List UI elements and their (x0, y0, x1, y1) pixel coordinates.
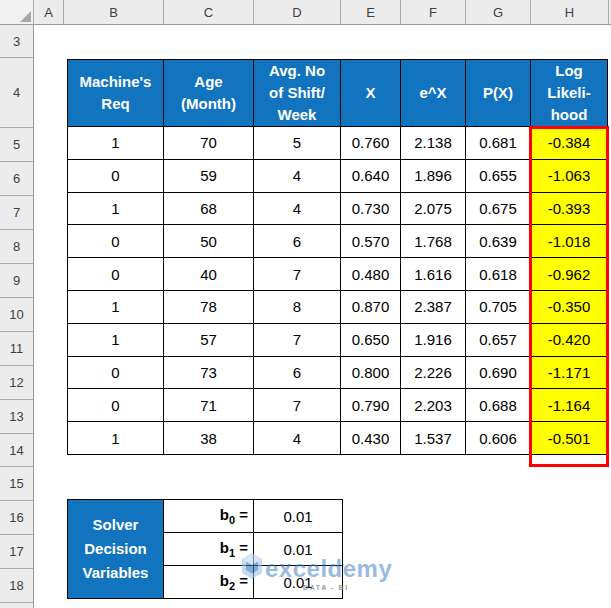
table-cell[interactable]: 1.616 (401, 258, 466, 291)
log-likelihood-cell[interactable]: -0.393 (531, 192, 608, 225)
variable-value-cell[interactable]: 0.01 (254, 566, 343, 599)
table-cell[interactable]: 73 (164, 356, 254, 389)
row-header-7[interactable]: 7 (0, 196, 33, 230)
column-header-F[interactable]: F (401, 0, 466, 24)
table-cell[interactable]: 57 (164, 323, 254, 356)
table-cell[interactable]: 0.640 (341, 159, 401, 192)
table-column-title[interactable]: Age (Month) (164, 60, 254, 127)
row-header-3[interactable]: 3 (0, 25, 33, 58)
row-header-8[interactable]: 8 (0, 230, 33, 264)
table-cell[interactable]: 1 (68, 323, 164, 356)
log-likelihood-cell[interactable]: -0.384 (531, 127, 608, 160)
table-cell[interactable]: 6 (254, 356, 341, 389)
table-cell[interactable]: 0.690 (466, 356, 531, 389)
table-cell[interactable]: 2.226 (401, 356, 466, 389)
table-cell[interactable]: 0 (68, 225, 164, 258)
table-cell[interactable]: 0.657 (466, 323, 531, 356)
table-column-title[interactable]: Log Likeli- hood (531, 60, 608, 127)
log-likelihood-cell[interactable]: -1.164 (531, 389, 608, 422)
table-cell[interactable]: 6 (254, 225, 341, 258)
table-cell[interactable]: 0.688 (466, 389, 531, 422)
table-cell[interactable]: 0.606 (466, 422, 531, 455)
table-cell[interactable]: 0 (68, 356, 164, 389)
table-cell[interactable]: 8 (254, 290, 341, 323)
table-cell[interactable]: 59 (164, 159, 254, 192)
row-header-17[interactable]: 17 (0, 535, 33, 569)
table-cell[interactable]: 1.537 (401, 422, 466, 455)
row-header-6[interactable]: 6 (0, 162, 33, 196)
column-header-D[interactable]: D (254, 0, 341, 24)
variable-label-cell[interactable]: b0 = (164, 500, 254, 533)
table-column-title[interactable]: e^X (401, 60, 466, 127)
table-cell[interactable]: 71 (164, 389, 254, 422)
table-cell[interactable]: 78 (164, 290, 254, 323)
row-header-15[interactable]: 15 (0, 467, 33, 501)
table-cell[interactable]: 0.705 (466, 290, 531, 323)
column-header-A[interactable]: A (34, 0, 64, 24)
table-cell[interactable]: 4 (254, 192, 341, 225)
column-header-B[interactable]: B (64, 0, 164, 24)
log-likelihood-cell[interactable]: -0.962 (531, 258, 608, 291)
table-cell[interactable]: 4 (254, 422, 341, 455)
variable-value-cell[interactable]: 0.01 (254, 500, 343, 533)
table-cell[interactable]: 2.387 (401, 290, 466, 323)
table-cell[interactable]: 7 (254, 323, 341, 356)
table-column-title[interactable]: Avg. No of Shift/ Week (254, 60, 341, 127)
table-cell[interactable]: 1.916 (401, 323, 466, 356)
variable-label-cell[interactable]: b2 = (164, 566, 254, 599)
table-cell[interactable]: 7 (254, 389, 341, 422)
table-cell[interactable]: 0.480 (341, 258, 401, 291)
log-likelihood-cell[interactable]: -1.018 (531, 225, 608, 258)
table-cell[interactable]: 1 (68, 127, 164, 160)
table-cell[interactable]: 0.730 (341, 192, 401, 225)
table-cell[interactable]: 4 (254, 159, 341, 192)
row-header-4[interactable]: 4 (0, 58, 33, 128)
column-header-H[interactable]: H (531, 0, 609, 24)
table-cell[interactable]: 7 (254, 258, 341, 291)
row-header-5[interactable]: 5 (0, 128, 33, 162)
row-header-16[interactable]: 16 (0, 501, 33, 535)
select-all-corner[interactable] (0, 0, 34, 24)
row-header-10[interactable]: 10 (0, 298, 33, 332)
table-cell[interactable]: 0.618 (466, 258, 531, 291)
table-cell[interactable]: 0.760 (341, 127, 401, 160)
log-likelihood-cell[interactable]: -0.350 (531, 290, 608, 323)
row-header-18[interactable]: 18 (0, 569, 33, 603)
table-cell[interactable]: 0.800 (341, 356, 401, 389)
table-cell[interactable]: 38 (164, 422, 254, 455)
table-cell[interactable]: 2.203 (401, 389, 466, 422)
table-column-title[interactable]: X (341, 60, 401, 127)
column-header-E[interactable]: E (341, 0, 401, 24)
table-cell[interactable]: 0.790 (341, 389, 401, 422)
table-cell[interactable]: 68 (164, 192, 254, 225)
table-cell[interactable]: 0.675 (466, 192, 531, 225)
table-column-title[interactable]: P(X) (466, 60, 531, 127)
table-cell[interactable]: 40 (164, 258, 254, 291)
table-cell[interactable]: 1 (68, 422, 164, 455)
table-cell[interactable]: 0 (68, 258, 164, 291)
row-header-13[interactable]: 13 (0, 400, 33, 434)
row-header-14[interactable]: 14 (0, 434, 33, 467)
row-header-11[interactable]: 11 (0, 332, 33, 366)
table-cell[interactable]: 1.768 (401, 225, 466, 258)
column-header-G[interactable]: G (466, 0, 531, 24)
table-cell[interactable]: 0 (68, 159, 164, 192)
table-cell[interactable]: 50 (164, 225, 254, 258)
log-likelihood-cell[interactable]: -1.171 (531, 356, 608, 389)
table-cell[interactable]: 1 (68, 290, 164, 323)
log-likelihood-cell[interactable]: -1.063 (531, 159, 608, 192)
table-column-title[interactable]: Machine's Req (68, 60, 164, 127)
log-likelihood-cell[interactable]: -0.420 (531, 323, 608, 356)
column-header-C[interactable]: C (164, 0, 254, 24)
table-cell[interactable]: 0.650 (341, 323, 401, 356)
table-cell[interactable]: 0.639 (466, 225, 531, 258)
solver-title-cell[interactable]: Solver Decision Variables (68, 500, 164, 599)
table-cell[interactable]: 0.681 (466, 127, 531, 160)
table-cell[interactable]: 2.075 (401, 192, 466, 225)
table-cell[interactable]: 2.138 (401, 127, 466, 160)
table-cell[interactable]: 1 (68, 192, 164, 225)
variable-value-cell[interactable]: 0.01 (254, 533, 343, 566)
table-cell[interactable]: 5 (254, 127, 341, 160)
row-header-12[interactable]: 12 (0, 366, 33, 400)
table-cell[interactable]: 0.655 (466, 159, 531, 192)
